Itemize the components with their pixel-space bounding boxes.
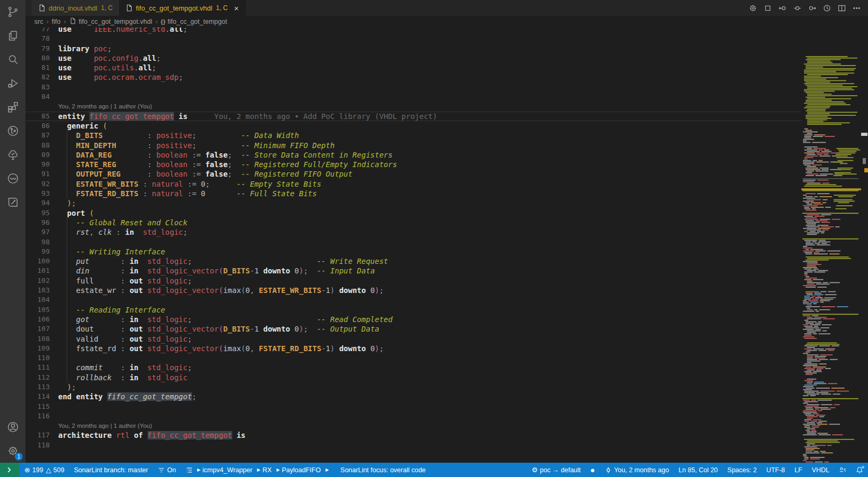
line-number[interactable]: 105: [25, 305, 58, 315]
line-number[interactable]: 96: [25, 218, 58, 227]
account-icon[interactable]: [0, 415, 25, 439]
run-debug-icon[interactable]: [0, 71, 25, 95]
language-mode[interactable]: VHDL: [807, 463, 834, 477]
notifications-bell[interactable]: [851, 463, 868, 477]
line-number[interactable]: 106: [25, 315, 58, 324]
tab-fifo-cc-got-tempgot[interactable]: fifo_cc_got_tempgot.vhdl 1, C ×: [119, 0, 246, 16]
eol-selector[interactable]: LF: [790, 463, 807, 477]
tab-ddrio-inout[interactable]: ddrio_inout.vhdl 1, C: [32, 0, 119, 16]
code-line-88[interactable]: 88 MIN_DEPTH : positive; -- Minimum FIFO…: [25, 141, 801, 150]
line-number[interactable]: 89: [25, 150, 58, 160]
code-line-117[interactable]: 117architecture rtl of fifo_cc_got_tempg…: [25, 430, 801, 440]
breadcrumb-item-fifo-cc-got-tempgot-vhdl[interactable]: fifo_cc_got_tempgot.vhdl: [69, 17, 152, 26]
code-line-100[interactable]: 100 put : in std_logic; -- Write Request: [25, 256, 801, 266]
line-number[interactable]: 115: [25, 402, 58, 411]
line-number[interactable]: 102: [25, 276, 58, 286]
line-number[interactable]: 80: [25, 53, 58, 63]
code-line-105[interactable]: 105 -- Reading Interface: [25, 305, 801, 315]
code-line-98[interactable]: 98: [25, 237, 801, 247]
line-number[interactable]: 93: [25, 189, 58, 198]
code-line-89[interactable]: 89 DATA_REG : boolean := false; -- Store…: [25, 150, 801, 160]
code-line-110[interactable]: 110: [25, 353, 801, 363]
breadcrumb-item-src[interactable]: src: [34, 18, 43, 25]
code-line-107[interactable]: 107 dout : out std_logic_vector(D_BITS-1…: [25, 324, 801, 334]
code-line-78[interactable]: 78: [25, 34, 801, 43]
breadcrumb-item-fifo[interactable]: fifo: [52, 18, 61, 25]
code-line-84[interactable]: 84: [25, 92, 801, 102]
source-control-graph-icon[interactable]: [0, 0, 25, 24]
search-icon[interactable]: [0, 48, 25, 71]
line-number[interactable]: 87: [25, 131, 58, 140]
line-number[interactable]: 110: [25, 353, 58, 363]
profile-selector[interactable]: ⚙poc → default: [527, 463, 586, 477]
code-line-114[interactable]: 114end entity fifo_cc_got_tempgot;: [25, 392, 801, 401]
more-actions-icon[interactable]: [849, 1, 864, 15]
status-dot[interactable]: ●: [586, 463, 600, 477]
code-line-102[interactable]: 102 full : out std_logic;: [25, 276, 801, 286]
line-number[interactable]: 109: [25, 344, 58, 353]
sonarlint-focus[interactable]: SonarLint focus: overall code: [336, 463, 431, 477]
extensions-icon[interactable]: [0, 95, 25, 119]
code-line-87[interactable]: 87 D_BITS : positive; -- Data Width: [25, 131, 801, 140]
line-number[interactable]: 98: [25, 237, 58, 247]
sonarlint-icon[interactable]: [0, 167, 25, 190]
line-number[interactable]: 95: [25, 208, 58, 218]
line-number[interactable]: 84: [25, 92, 58, 102]
nav-forward-circle-icon[interactable]: [805, 1, 819, 15]
line-number[interactable]: 99: [25, 247, 58, 256]
nav-circle-icon[interactable]: [790, 1, 805, 15]
line-number[interactable]: 81: [25, 63, 58, 72]
test-explorer-icon[interactable]: [0, 143, 25, 167]
code-line-99[interactable]: 99 -- Writing Interface: [25, 247, 801, 256]
line-number[interactable]: 101: [25, 266, 58, 276]
remote-indicator[interactable]: [0, 463, 20, 477]
line-number[interactable]: 92: [25, 179, 58, 189]
code-line-108[interactable]: 108 valid : out std_logic;: [25, 334, 801, 344]
code-line-97[interactable]: 97 rst, clk : in std_logic;: [25, 227, 801, 237]
code-line-111[interactable]: 111 commit : in std_logic;: [25, 363, 801, 372]
line-number[interactable]: 94: [25, 198, 58, 208]
sonarlint-branch[interactable]: SonarLint branch: master: [69, 463, 153, 477]
code-line-93[interactable]: 93 FSTATE_RD_BITS : natural := 0 -- Full…: [25, 189, 801, 198]
filter-toggle[interactable]: On: [153, 463, 181, 477]
line-number[interactable]: 117: [25, 430, 58, 440]
close-icon[interactable]: ×: [233, 4, 240, 13]
line-number[interactable]: 100: [25, 256, 58, 266]
line-number[interactable]: 97: [25, 227, 58, 237]
blame-status[interactable]: You, 2 months ago: [600, 463, 674, 477]
git-history-icon[interactable]: [0, 119, 25, 143]
code-line-77[interactable]: 77use IEEE.numeric_std.all;: [25, 27, 801, 34]
line-number[interactable]: 113: [25, 382, 58, 392]
symbol-path[interactable]: ▶icmpv4_Wrapper▶RX▶PayloadFIFO▶: [181, 463, 336, 477]
settings-gear-icon[interactable]: 1: [0, 439, 25, 463]
line-number[interactable]: 108: [25, 334, 58, 344]
split-editor-icon[interactable]: [834, 1, 849, 15]
line-number[interactable]: 85: [25, 112, 58, 121]
code-line-81[interactable]: 81use poc.utils.all;: [25, 63, 801, 72]
problems-badge[interactable]: ⊗199△509: [20, 463, 69, 477]
feedback[interactable]: [834, 463, 851, 477]
code-line-96[interactable]: 96 -- Global Reset and Clock: [25, 218, 801, 227]
codelens-blame[interactable]: You, 2 months ago | 1 author (You): [58, 102, 152, 111]
codelens-blame[interactable]: You, 2 months ago | 1 author (You): [58, 421, 152, 430]
notes-icon[interactable]: [0, 190, 25, 214]
line-number[interactable]: 83: [25, 82, 58, 92]
code-line-104[interactable]: 104: [25, 295, 801, 305]
history-icon[interactable]: [819, 1, 834, 15]
nav-back-circle-icon[interactable]: [775, 1, 790, 15]
line-number[interactable]: 116: [25, 411, 58, 421]
indentation[interactable]: Spaces: 2: [723, 463, 762, 477]
code-line-109[interactable]: 109 fstate_rd : out std_logic_vector(ima…: [25, 344, 801, 353]
code-line-79[interactable]: 79library poc;: [25, 44, 801, 53]
square-icon[interactable]: [760, 1, 775, 15]
code-line-103[interactable]: 103 estate_wr : out std_logic_vector(ima…: [25, 286, 801, 295]
code-line-115[interactable]: 115: [25, 402, 801, 411]
line-number[interactable]: 112: [25, 373, 58, 382]
line-number[interactable]: 111: [25, 363, 58, 372]
line-number[interactable]: 77: [25, 27, 58, 34]
line-number[interactable]: 79: [25, 44, 58, 53]
code-line-82[interactable]: 82use poc.ocram.ocram_sdp;: [25, 72, 801, 82]
line-number[interactable]: 107: [25, 324, 58, 334]
code-line-91[interactable]: 91 OUTPUT_REG : boolean := false; -- Reg…: [25, 169, 801, 179]
code-line-116[interactable]: 116: [25, 411, 801, 421]
